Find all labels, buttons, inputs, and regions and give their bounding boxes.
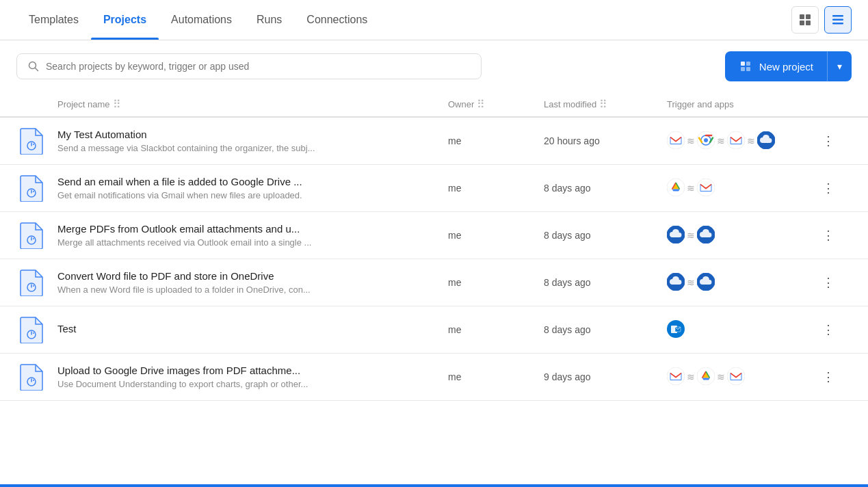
project-desc: Use Document Understanding to export cha…: [57, 379, 358, 389]
tab-automations[interactable]: Automations: [159, 0, 244, 40]
modified-drag-dots[interactable]: ⠿: [599, 98, 607, 111]
table-row[interactable]: Convert Word file to PDF and store in On…: [0, 259, 868, 306]
owner-cell: me: [448, 324, 544, 335]
list-icon: [832, 14, 844, 26]
app-icon-gdrive: [667, 179, 685, 198]
search-input[interactable]: [46, 61, 470, 72]
app-icon-cloud2: [697, 226, 715, 246]
app-connector: ≋: [687, 371, 695, 382]
app-icon-gmail: [667, 367, 685, 387]
svg-point-24: [33, 191, 34, 192]
owner-cell: me: [448, 183, 544, 194]
app-connector: ≋: [687, 183, 695, 194]
app-connector: ≋: [717, 135, 725, 146]
tab-templates[interactable]: Templates: [16, 0, 91, 40]
app-icon-gmail2: [727, 367, 745, 387]
svg-rect-2: [800, 21, 804, 25]
tab-runs[interactable]: Runs: [244, 0, 294, 40]
table-row[interactable]: Upload to Google Drive images from PDF a…: [0, 354, 868, 401]
project-desc: Get email notifications via Gmail when n…: [57, 190, 358, 200]
project-info: Upload to Google Drive images from PDF a…: [57, 365, 448, 389]
owner-cell: me: [448, 135, 544, 146]
file-icon: [19, 174, 44, 202]
app-connector: ≋: [687, 277, 695, 288]
plus-icon: [739, 60, 752, 73]
owner-cell: me: [448, 277, 544, 288]
file-icon: [19, 222, 44, 249]
apps-cell: ≋: [667, 226, 817, 246]
row-more-button[interactable]: ⋮: [817, 366, 839, 388]
owner-cell: me: [448, 230, 544, 241]
row-more-button[interactable]: ⋮: [817, 130, 839, 152]
file-icon: [19, 127, 44, 155]
app-icon-chrome: [697, 131, 715, 151]
project-name: Merge PDFs from Outlook email attachment…: [57, 223, 437, 235]
svg-rect-10: [746, 62, 750, 66]
project-desc: Merge all attachments received via Outlo…: [57, 237, 358, 248]
table-row[interactable]: My Test Automation Send a message via Sl…: [0, 118, 868, 165]
modified-cell: 8 days ago: [544, 183, 667, 194]
svg-point-29: [33, 238, 34, 239]
file-icon: [19, 363, 44, 391]
table-row[interactable]: Merge PDFs from Outlook email attachment…: [0, 212, 868, 259]
project-icon: [16, 126, 47, 156]
row-more-button[interactable]: ⋮: [817, 224, 839, 246]
row-more-button[interactable]: ⋮: [817, 319, 839, 341]
project-name: Send an email when a file is added to Go…: [57, 176, 437, 187]
svg-point-34: [33, 285, 34, 287]
project-desc: When a new Word file is uploaded to a fo…: [57, 285, 358, 295]
table-body: My Test Automation Send a message via Sl…: [0, 118, 868, 401]
search-box: [16, 53, 482, 79]
apps-cell: ≋ ≋: [667, 367, 817, 387]
col-last-modified: Last modified ⠿: [544, 98, 667, 111]
svg-line-8: [36, 68, 38, 71]
app-icon-gmail: [697, 179, 715, 198]
project-name: Upload to Google Drive images from PDF a…: [57, 365, 437, 376]
app-icon-outlook: [667, 320, 685, 340]
svg-rect-0: [800, 14, 804, 19]
project-icon: [16, 315, 47, 345]
owner-cell: me: [448, 371, 544, 382]
col-owner: Owner ⠿: [448, 98, 544, 111]
row-more-button[interactable]: ⋮: [817, 177, 839, 199]
svg-rect-6: [832, 23, 843, 25]
modified-cell: 8 days ago: [544, 324, 667, 335]
table-row[interactable]: Test me 8 days ago ⋮: [0, 306, 868, 354]
project-icon: [16, 267, 47, 298]
list-view-button[interactable]: [824, 6, 852, 34]
apps-cell: [667, 320, 817, 340]
project-info: Send an email when a file is added to Go…: [57, 176, 448, 200]
apps-cell: ≋ ≋ ≋: [667, 131, 817, 151]
row-more-button[interactable]: ⋮: [817, 272, 839, 293]
project-info: My Test Automation Send a message via Sl…: [57, 129, 448, 153]
table-row[interactable]: Send an email when a file is added to Go…: [0, 165, 868, 212]
new-project-group: New project ▾: [725, 51, 852, 81]
col-drag-dots[interactable]: ⠿: [113, 98, 121, 111]
modified-cell: 8 days ago: [544, 230, 667, 241]
svg-point-15: [33, 144, 34, 145]
new-project-button[interactable]: New project: [725, 51, 827, 81]
svg-rect-3: [806, 21, 811, 25]
svg-point-19: [704, 138, 708, 142]
svg-rect-4: [832, 15, 843, 17]
tab-projects[interactable]: Projects: [91, 0, 159, 40]
project-icon: [16, 220, 47, 250]
app-icon-gmail2: [727, 131, 745, 151]
app-connector: ≋: [687, 230, 695, 241]
tab-connections[interactable]: Connections: [294, 0, 380, 40]
grid-icon: [799, 14, 811, 26]
project-info: Convert Word file to PDF and store in On…: [57, 270, 448, 295]
app-icon-gdrive: [697, 367, 715, 387]
modified-cell: 9 days ago: [544, 371, 667, 382]
file-icon: [19, 316, 44, 343]
project-name: Test: [57, 323, 437, 334]
grid-view-button[interactable]: [791, 6, 819, 34]
project-info: Test: [57, 323, 448, 337]
new-project-dropdown-button[interactable]: ▾: [827, 51, 852, 81]
app-connector: ≋: [717, 371, 725, 382]
svg-point-39: [33, 332, 34, 334]
owner-drag-dots[interactable]: ⠿: [477, 98, 485, 111]
apps-cell: ≋: [667, 273, 817, 293]
app-icon-cloud2: [697, 273, 715, 293]
modified-cell: 20 hours ago: [544, 135, 667, 146]
